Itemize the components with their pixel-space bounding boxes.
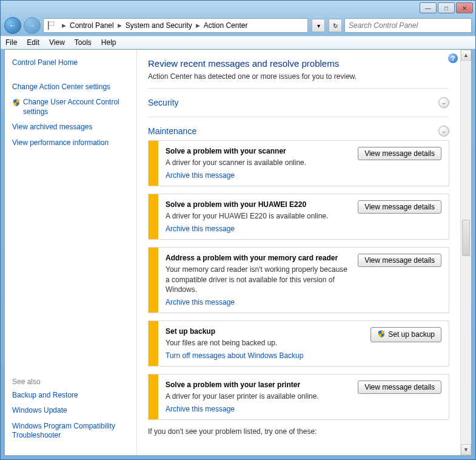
message-body: Solve a problem with your laser printerA…: [158, 374, 449, 419]
menu-edit[interactable]: Edit: [27, 38, 39, 47]
button-label: View message details: [364, 383, 435, 391]
chevron-down-icon: ▾: [317, 22, 320, 29]
message-card: Solve a problem with your scannerA drive…: [148, 140, 449, 186]
sidebar-link-archived[interactable]: View archived messages: [12, 123, 129, 132]
message-action-button[interactable]: Set up backup: [370, 327, 441, 342]
menu-tools[interactable]: Tools: [75, 38, 92, 47]
maximize-button[interactable]: □: [438, 2, 455, 13]
message-link[interactable]: Turn off messages about Windows Backup: [166, 351, 364, 360]
maintenance-section-header[interactable]: Maintenance ⌄: [148, 122, 449, 140]
warning-stripe: [149, 194, 158, 239]
message-title: Solve a problem with your HUAWEI E220: [166, 200, 352, 209]
menu-help[interactable]: Help: [101, 38, 116, 47]
message-title: Set up backup: [166, 327, 364, 336]
sidebar-link-home[interactable]: Control Panel Home: [12, 58, 129, 68]
chevron-right-icon: ▶: [193, 22, 203, 29]
breadcrumb-control-panel[interactable]: Control Panel: [69, 21, 115, 30]
warning-stripe: [149, 321, 158, 366]
scroll-up-button[interactable]: ▲: [461, 50, 471, 61]
chevron-down-icon: ⌄: [441, 100, 446, 106]
message-link[interactable]: Archive this message: [166, 405, 352, 413]
maintenance-title: Maintenance: [148, 126, 196, 136]
sidebar-link-performance[interactable]: View performance information: [12, 138, 129, 148]
back-button[interactable]: ←: [4, 17, 21, 34]
message-action-button[interactable]: View message details: [358, 381, 441, 394]
vertical-scrollbar[interactable]: ▲ ▼: [460, 50, 471, 455]
uac-shield-icon: [377, 330, 386, 340]
message-body: Solve a problem with your scannerA drive…: [158, 141, 449, 186]
sidebar-link-windows-update[interactable]: Windows Update: [12, 406, 129, 416]
divider: [148, 88, 449, 89]
scroll-down-button[interactable]: ▼: [461, 444, 471, 455]
sidebar-link-change-uac[interactable]: Change User Account Control settings: [23, 98, 129, 117]
window-frame: — □ ✕ ← → ▶ Control Panel ▶ System and S…: [0, 0, 476, 460]
security-section-header[interactable]: Security ⌄: [148, 93, 449, 112]
message-card: Solve a problem with your laser printerA…: [148, 374, 449, 420]
page-subtitle: Action Center has detected one or more i…: [148, 72, 449, 81]
menu-bar: File Edit View Tools Help: [1, 36, 475, 49]
sidebar-link-change-ac-settings[interactable]: Change Action Center settings: [12, 83, 129, 92]
button-label: Set up backup: [388, 330, 435, 339]
main-panel: ? Review recent messages and resolve pro…: [137, 50, 471, 455]
chevron-down-icon: ⌄: [441, 128, 446, 134]
close-button[interactable]: ✕: [456, 2, 473, 13]
message-description: Your files are not being backed up.: [166, 338, 364, 348]
message-title: Solve a problem with your laser printer: [166, 381, 352, 389]
warning-stripe: [149, 141, 158, 186]
sidebar-link-backup-restore[interactable]: Backup and Restore: [12, 391, 129, 401]
message-title: Solve a problem with your scanner: [166, 147, 352, 155]
refresh-icon: ↻: [333, 22, 338, 29]
titlebar: — □ ✕: [1, 1, 475, 15]
warning-stripe: [149, 374, 158, 419]
message-title: Address a problem with your memory card …: [166, 254, 352, 262]
minimize-button[interactable]: —: [420, 2, 437, 13]
nav-toolbar: ← → ▶ Control Panel ▶ System and Securit…: [1, 15, 475, 36]
footer-note: If you don't see your problem listed, tr…: [148, 427, 449, 436]
sidebar: Control Panel Home Change Action Center …: [5, 50, 137, 455]
breadcrumb-action-center[interactable]: Action Center: [203, 21, 249, 30]
message-body: Address a problem with your memory card …: [158, 248, 449, 313]
breadcrumb-system-security[interactable]: System and Security: [124, 21, 193, 30]
scroll-thumb[interactable]: [462, 220, 470, 256]
message-action-button[interactable]: View message details: [358, 147, 441, 160]
button-label: View message details: [364, 149, 435, 158]
refresh-button[interactable]: ↻: [329, 19, 342, 32]
see-also-section: See also Backup and Restore Windows Upda…: [12, 377, 129, 447]
uac-shield-icon: [12, 98, 21, 107]
address-dropdown-button[interactable]: ▾: [312, 19, 325, 32]
button-label: View message details: [364, 203, 435, 211]
chevron-right-icon: ▶: [59, 22, 69, 29]
divider: [148, 117, 449, 117]
message-card: Set up backupYour files are not being ba…: [148, 320, 449, 367]
chevron-right-icon: ▶: [115, 22, 124, 29]
back-icon: ←: [9, 21, 16, 30]
message-link[interactable]: Archive this message: [166, 171, 352, 180]
message-description: Your memory card reader isn't working pr…: [166, 265, 352, 294]
message-link[interactable]: Archive this message: [166, 225, 352, 233]
see-also-header: See also: [12, 377, 129, 386]
message-description: A driver for your laser printer is avail…: [166, 391, 352, 401]
forward-button[interactable]: →: [24, 17, 41, 34]
menu-view[interactable]: View: [49, 38, 65, 47]
expand-security-button[interactable]: ⌄: [438, 97, 449, 108]
menu-file[interactable]: File: [5, 38, 17, 47]
messages-list: Solve a problem with your scannerA drive…: [148, 140, 449, 420]
forward-icon: →: [28, 21, 36, 30]
message-card: Address a problem with your memory card …: [148, 247, 449, 313]
expand-maintenance-button[interactable]: ⌄: [438, 126, 449, 137]
message-description: A driver for your HUAWEI E220 is availab…: [166, 211, 352, 221]
page-heading: Review recent messages and resolve probl…: [148, 58, 449, 69]
message-action-button[interactable]: View message details: [358, 200, 441, 214]
message-action-button[interactable]: View message details: [358, 254, 441, 267]
address-bar[interactable]: ▶ Control Panel ▶ System and Security ▶ …: [43, 18, 308, 33]
action-center-flag-icon: [46, 21, 57, 30]
security-title: Security: [148, 98, 179, 107]
message-link[interactable]: Archive this message: [166, 298, 352, 306]
warning-stripe: [149, 248, 158, 313]
search-input[interactable]: [344, 18, 472, 33]
message-body: Solve a problem with your HUAWEI E220A d…: [158, 194, 449, 239]
sidebar-link-compat-troubleshooter[interactable]: Windows Program Compatibility Troublesho…: [12, 422, 129, 441]
message-body: Set up backupYour files are not being ba…: [158, 321, 449, 366]
content-pane: Control Panel Home Change Action Center …: [4, 49, 472, 456]
button-label: View message details: [364, 256, 435, 265]
